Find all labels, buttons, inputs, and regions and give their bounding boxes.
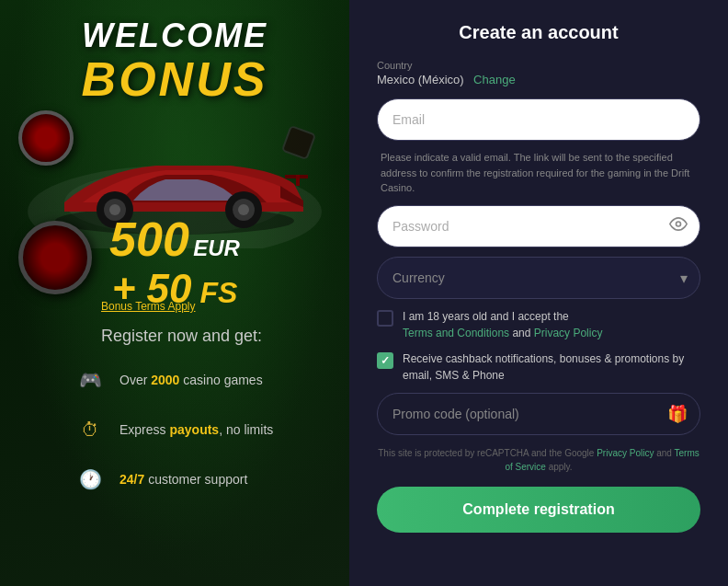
notifications-checkbox-label: Receive cashback notifications, bonuses … [403,350,700,384]
dice-decoration [285,129,313,156]
notifications-checkbox-row: Receive cashback notifications, bonuses … [377,350,700,384]
toggle-password-button[interactable] [669,214,688,237]
country-value: Mexico (México) [377,73,464,86]
recaptcha-notice: This site is protected by reCAPTCHA and … [377,446,700,474]
gift-icon: 🎁 [667,404,688,424]
features-list: 🎮 Over 2000 casino games ⏱ Express payou… [74,363,273,512]
country-label: Country [377,60,700,71]
svg-point-13 [677,222,681,226]
clock-icon: ⏱ [74,413,107,446]
recaptcha-text-3: apply. [549,462,573,472]
registration-form-panel: Create an account Country Mexico (México… [349,0,728,586]
password-input[interactable] [377,205,700,247]
checkbox1-text: I am 18 years old and I accept the [403,310,569,323]
currency-select[interactable]: Currency EUR - Euro USD - US Dollar MXN … [377,257,700,299]
password-input-wrapper [377,205,700,247]
welcome-label: WELCOME [0,17,349,55]
bonus-currency: EUR [193,236,240,260]
games-count: 2000 [151,373,179,387]
country-change-link[interactable]: Change [473,73,516,86]
feature-casino-games: 🎮 Over 2000 casino games [74,363,273,396]
password-group [377,205,700,247]
fs-suffix: FS [199,276,237,309]
feature-payouts: ⏱ Express payouts, no limits [74,413,273,446]
support-hours: 24/7 [119,472,144,487]
terms-checkbox-row: I am 18 years old and I accept the Terms… [377,308,700,341]
chip-decoration-1 [18,110,74,166]
country-row: Country Mexico (México) Change [377,60,700,87]
email-group [377,98,700,141]
currency-group: Currency EUR - Euro USD - US Dollar MXN … [377,257,700,299]
welcome-bonus-header: WELCOME BONUS [0,17,349,103]
terms-checkbox[interactable] [377,310,393,327]
privacy-policy-link[interactable]: Privacy Policy [534,327,603,339]
register-now-label: Register now and get: [101,327,262,345]
bonus-amount-number: 500 [109,213,189,266]
bonus-amount-display: 500 EUR + 50 FS [0,213,349,312]
email-helper-text: Please indicate a valid email. The link … [377,150,700,196]
payouts-highlight: payouts [169,422,219,437]
checkbox1-and: and [512,327,533,339]
svg-rect-10 [296,175,300,186]
recaptcha-privacy-link[interactable]: Privacy Policy [597,448,654,458]
support-icon: 🕐 [74,463,107,496]
gamepad-icon: 🎮 [74,363,107,396]
promo-code-input[interactable] [377,393,700,435]
feature-support: 🕐 24/7 customer support [74,463,273,496]
left-panel: WELCOME BONUS [0,0,349,586]
currency-select-wrapper: Currency EUR - Euro USD - US Dollar MXN … [377,257,700,299]
recaptcha-text-2: and [656,448,672,458]
bonus-terms-link[interactable]: Bonus Terms Apply [101,300,196,313]
register-now-text: Register now and get: [101,327,262,346]
bonus-label: BONUS [0,55,349,103]
promo-code-group: 🎁 [377,393,700,435]
recaptcha-text-1: This site is protected by reCAPTCHA and … [378,448,594,458]
terms-conditions-link[interactable]: Terms and Conditions [403,327,509,339]
complete-registration-button[interactable]: Complete registration [377,487,700,533]
email-input[interactable] [377,98,700,141]
form-title: Create an account [377,22,700,43]
terms-checkbox-label: I am 18 years old and I accept the Terms… [403,308,602,341]
notifications-checkbox[interactable] [377,352,393,369]
